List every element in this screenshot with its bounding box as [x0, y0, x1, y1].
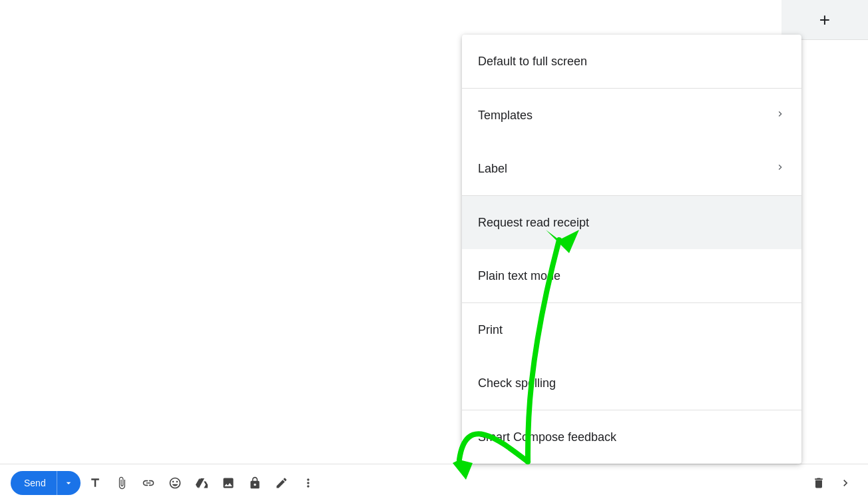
submenu-chevron-icon: [775, 162, 785, 175]
menu-item-label-smart-compose-feedback: Smart Compose feedback: [478, 430, 616, 444]
emoji-icon[interactable]: [163, 471, 187, 495]
compose-toolbar: Send: [0, 464, 868, 501]
confidential-icon[interactable]: [243, 471, 267, 495]
menu-item-label-request-read-receipt: Request read receipt: [478, 216, 589, 230]
more-options-icon[interactable]: [296, 471, 320, 495]
menu-item-templates[interactable]: Templates: [462, 89, 801, 142]
image-icon[interactable]: [216, 471, 240, 495]
menu-item-smart-compose-feedback[interactable]: Smart Compose feedback: [462, 410, 801, 464]
drive-icon[interactable]: [190, 471, 214, 495]
menu-item-label[interactable]: Label: [462, 142, 801, 195]
attachment-icon[interactable]: [110, 471, 134, 495]
more-options-menu: Default to full screenTemplatesLabelRequ…: [462, 35, 801, 464]
new-compose-button[interactable]: +: [819, 11, 830, 29]
delete-icon[interactable]: [807, 471, 831, 495]
menu-item-label-print: Print: [478, 323, 503, 337]
top-right-area: +: [781, 0, 868, 40]
menu-item-default-full-screen[interactable]: Default to full screen: [462, 35, 801, 88]
link-icon[interactable]: [136, 471, 160, 495]
signature-icon[interactable]: [270, 471, 294, 495]
format-text-icon[interactable]: [83, 471, 107, 495]
menu-item-label-templates: Templates: [478, 109, 533, 123]
menu-item-label-default-full-screen: Default to full screen: [478, 55, 587, 69]
toolbar-right: [807, 471, 857, 495]
submenu-chevron-icon: [775, 109, 785, 122]
send-label: Send: [11, 478, 57, 488]
menu-item-request-read-receipt[interactable]: Request read receipt: [462, 196, 801, 249]
menu-item-check-spelling[interactable]: Check spelling: [462, 356, 801, 410]
menu-item-label-label: Label: [478, 162, 507, 176]
send-dropdown-arrow[interactable]: [57, 471, 81, 495]
menu-item-print[interactable]: Print: [462, 303, 801, 356]
menu-item-label-plain-text-mode: Plain text mode: [478, 269, 560, 283]
forward-icon[interactable]: [833, 471, 857, 495]
menu-item-plain-text-mode[interactable]: Plain text mode: [462, 249, 801, 302]
menu-item-label-check-spelling: Check spelling: [478, 376, 556, 390]
send-button[interactable]: Send: [11, 471, 81, 495]
